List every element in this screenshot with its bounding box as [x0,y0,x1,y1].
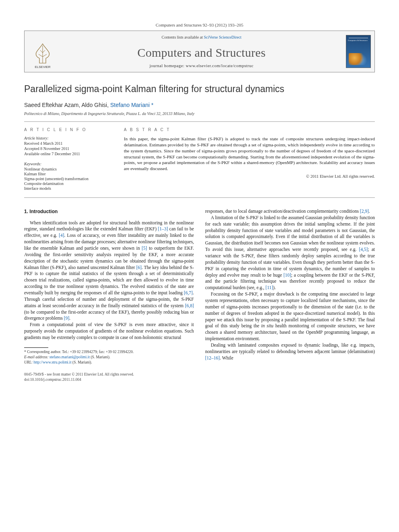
intro-para-1: When identification tools are adopted fo… [24,220,194,322]
text: . [69,316,70,320]
citation-ref[interactable]: [4] [59,233,64,238]
elsevier-tree-logo: ELSEVIER [31,41,55,69]
citation-ref[interactable]: [6,7] [184,290,193,295]
corresponding-block: * Corresponding author. Tel.: +39 02 239… [24,349,194,365]
intro-para-2-cont: responses, due to local damage activatio… [205,208,375,215]
citation-ref[interactable]: [9] [64,316,69,320]
citation-ref[interactable]: [1–3] [158,226,168,231]
intro-para-2: From a computational point of view the S… [24,322,194,341]
intro-para-3: A limitation of the S-PKF is linked to t… [205,215,375,291]
abstract-text: In this paper, the sigma-point Kalman fi… [124,136,375,172]
contents-prefix: Contents lists available at [162,35,204,39]
journal-homepage-line: journal homepage: www.elsevier.com/locat… [62,64,341,68]
keyword: Interface models [24,186,113,191]
column-right: responses, due to local damage activatio… [205,208,375,365]
citation-ref[interactable]: [6] [136,265,142,270]
section-1-heading: 1. Introduction [24,208,194,215]
text: . While [220,355,233,360]
authors-line: Saeed Eftekhar Azam, Aldo Ghisi, Stefano… [24,102,375,108]
citation-ref[interactable]: [2,9] [360,209,369,214]
corresponding-url-link[interactable]: http://www.stru.polimi.it [34,360,72,364]
intro-para-4: Focussing on the S-PKF, a major drawback… [205,291,375,342]
article-title: Parallelized sigma-point Kalman filterin… [24,84,375,94]
email-who: (S. Mariani). [90,355,110,359]
affiliation: Politecnico di Milano, Dipartimento di I… [24,111,375,116]
text: . [369,209,370,214]
body-columns: 1. Introduction When identification tool… [24,208,375,365]
corresponding-separator [24,347,48,348]
article-info-block: A R T I C L E I N F O Article history: R… [24,121,375,198]
publisher-name: ELSEVIER [35,65,50,69]
article-info-heading: A R T I C L E I N F O [24,127,113,132]
column-left: 1. Introduction When identification tool… [24,208,194,365]
homepage-url[interactable]: www.elsevier.com/locate/compstruc [186,64,254,68]
abstract-copyright: © 2011 Elsevier Ltd. All rights reserved… [124,174,375,179]
keywords-label: Keywords: [24,162,113,166]
cover-title: Computers & Structures [348,39,369,42]
keyword: Kalman filter [24,172,113,176]
keyword: Composite delamination [24,181,113,186]
corresponding-email-link[interactable]: stefano.mariani@polimi.it [49,355,90,359]
in-situ-italic: in situ [261,323,273,328]
abstract-block: A B S T R A C T In this paper, the sigma… [124,127,375,191]
citation-ref[interactable]: [10] [284,273,291,277]
journal-header: ELSEVIER Contents lists available at Sci… [24,31,375,72]
abstract-heading: A B S T R A C T [124,127,375,132]
journal-cover-thumbnail: Computers & Structures [346,35,371,68]
header-center: Contents lists available at SciVerse Sci… [61,31,342,72]
page-footer: 0045-7949/$ - see front matter © 2011 El… [24,372,375,382]
corresponding-author-link[interactable]: Stefano Mariani [110,102,150,108]
intro-para-5: Dealing with laminated composites expose… [205,342,375,362]
corresponding-marker: * [151,102,153,108]
cover-cell: Computers & Structures [342,31,374,72]
keyword: Nonlinear dynamics [24,167,113,171]
citation-ref[interactable]: [5] [142,246,147,251]
article-info-left: A R T I C L E I N F O Article history: R… [24,127,113,191]
url-label: URL: [24,360,34,364]
doi-line: doi:10.1016/j.compstruc.2011.11.004 [24,377,375,382]
text: responses, due to local damage activatio… [205,209,360,214]
url-who: (S. Mariani). [72,360,92,364]
corresponding-label: * Corresponding author. Tel.: +39 02 239… [24,349,194,355]
email-label: E-mail address: [24,355,49,359]
citation-ref[interactable]: [6,8] [185,303,194,308]
page-root: Computers and Structures 92–93 (2012) 19… [0,0,399,398]
text: ). [273,285,276,290]
citation-ref[interactable]: [12–16] [205,355,220,360]
citation-ref[interactable]: [4,5] [359,247,368,252]
citation-ref[interactable]: [11] [265,285,273,290]
journal-name: Computers and Structures [62,46,341,60]
text: Focussing on the S-PKF, a major drawback… [205,292,375,328]
history-received: Received 4 March 2011 [24,141,113,146]
text: Dealing with laminated composites expose… [205,343,375,354]
sciencedirect-link[interactable]: SciVerse ScienceDirect [204,35,242,39]
authors-nonlinked: Saeed Eftekhar Azam, Aldo Ghisi, [24,102,110,108]
publisher-logo-cell: ELSEVIER [25,31,61,72]
history-online: Available online 7 December 2011 [24,152,113,156]
history-label: Article history: [24,136,113,140]
homepage-prefix: journal homepage: [150,64,186,68]
history-accepted: Accepted 8 November 2011 [24,146,113,151]
text: A limitation of the S-PKF is linked to t… [205,215,375,252]
front-matter-line: 0045-7949/$ - see front matter © 2011 El… [24,372,375,377]
keyword: Sigma-point (unscented) transformation [24,177,113,181]
cover-art [349,53,368,65]
citation-bar: Computers and Structures 92–93 (2012) 19… [24,20,375,31]
text: (to be compared to the first-order accur… [24,310,194,321]
contents-available-line: Contents lists available at SciVerse Sci… [62,35,341,39]
